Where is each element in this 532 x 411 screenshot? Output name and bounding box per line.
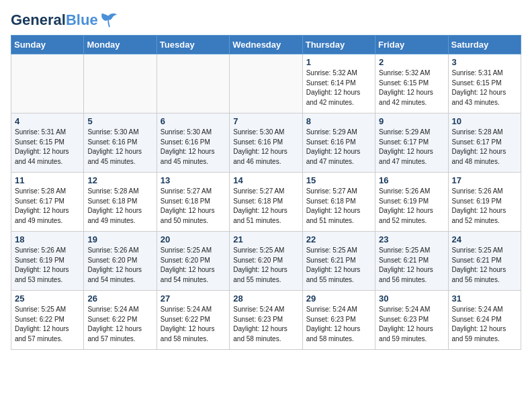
day-info: Sunrise: 5:27 AM Sunset: 6:18 PM Dayligh… <box>161 187 226 226</box>
day-info: Sunrise: 5:25 AM Sunset: 6:20 PM Dayligh… <box>233 246 298 285</box>
day-info: Sunrise: 5:30 AM Sunset: 6:16 PM Dayligh… <box>161 128 226 167</box>
day-of-week-header: Friday <box>375 36 448 54</box>
day-info: Sunrise: 5:24 AM Sunset: 6:23 PM Dayligh… <box>379 305 444 344</box>
calendar-week-row: 18Sunrise: 5:26 AM Sunset: 6:19 PM Dayli… <box>11 232 521 291</box>
calendar-table: SundayMondayTuesdayWednesdayThursdayFrid… <box>11 35 521 350</box>
day-number: 13 <box>161 175 226 185</box>
day-info: Sunrise: 5:24 AM Sunset: 6:23 PM Dayligh… <box>306 305 371 344</box>
calendar-cell: 31Sunrise: 5:24 AM Sunset: 6:24 PM Dayli… <box>448 291 521 350</box>
page-header: GeneralBlue <box>11 11 521 30</box>
calendar-cell: 9Sunrise: 5:29 AM Sunset: 6:17 PM Daylig… <box>375 113 448 173</box>
calendar-cell: 7Sunrise: 5:30 AM Sunset: 6:16 PM Daylig… <box>230 113 302 173</box>
day-number: 31 <box>452 293 517 304</box>
day-info: Sunrise: 5:29 AM Sunset: 6:17 PM Dayligh… <box>379 128 444 167</box>
day-info: Sunrise: 5:31 AM Sunset: 6:15 PM Dayligh… <box>452 68 517 107</box>
day-of-week-header: Monday <box>84 36 157 54</box>
day-number: 30 <box>379 293 444 304</box>
calendar-cell: 13Sunrise: 5:27 AM Sunset: 6:18 PM Dayli… <box>157 173 229 232</box>
day-number: 22 <box>306 234 371 244</box>
day-of-week-header: Sunday <box>11 36 84 54</box>
day-info: Sunrise: 5:25 AM Sunset: 6:21 PM Dayligh… <box>379 246 444 285</box>
day-number: 8 <box>306 116 371 126</box>
day-number: 12 <box>87 175 152 185</box>
day-number: 21 <box>233 234 298 244</box>
calendar-week-row: 4Sunrise: 5:31 AM Sunset: 6:15 PM Daylig… <box>11 113 521 173</box>
day-info: Sunrise: 5:32 AM Sunset: 6:15 PM Dayligh… <box>379 68 444 107</box>
calendar-cell: 25Sunrise: 5:25 AM Sunset: 6:22 PM Dayli… <box>11 291 84 350</box>
calendar-cell: 3Sunrise: 5:31 AM Sunset: 6:15 PM Daylig… <box>448 54 521 113</box>
day-number: 1 <box>306 57 371 67</box>
day-number: 7 <box>233 116 298 126</box>
day-info: Sunrise: 5:30 AM Sunset: 6:16 PM Dayligh… <box>233 128 298 167</box>
calendar-cell <box>84 54 157 113</box>
day-of-week-header: Wednesday <box>230 36 302 54</box>
day-info: Sunrise: 5:25 AM Sunset: 6:21 PM Dayligh… <box>306 246 371 285</box>
day-number: 26 <box>87 293 152 304</box>
calendar-cell: 20Sunrise: 5:25 AM Sunset: 6:20 PM Dayli… <box>157 232 229 291</box>
day-number: 29 <box>306 293 371 304</box>
calendar-cell: 28Sunrise: 5:24 AM Sunset: 6:23 PM Dayli… <box>230 291 302 350</box>
day-info: Sunrise: 5:26 AM Sunset: 6:19 PM Dayligh… <box>15 246 80 285</box>
day-info: Sunrise: 5:25 AM Sunset: 6:20 PM Dayligh… <box>161 246 226 285</box>
day-number: 18 <box>15 234 80 244</box>
calendar-cell: 18Sunrise: 5:26 AM Sunset: 6:19 PM Dayli… <box>11 232 84 291</box>
day-info: Sunrise: 5:24 AM Sunset: 6:24 PM Dayligh… <box>452 305 517 344</box>
day-number: 23 <box>379 234 444 244</box>
day-info: Sunrise: 5:28 AM Sunset: 6:17 PM Dayligh… <box>15 187 80 226</box>
calendar-week-row: 25Sunrise: 5:25 AM Sunset: 6:22 PM Dayli… <box>11 291 521 350</box>
day-number: 2 <box>379 57 444 67</box>
day-info: Sunrise: 5:30 AM Sunset: 6:16 PM Dayligh… <box>87 128 152 167</box>
calendar-cell: 16Sunrise: 5:26 AM Sunset: 6:19 PM Dayli… <box>375 173 448 232</box>
day-info: Sunrise: 5:25 AM Sunset: 6:21 PM Dayligh… <box>452 246 517 285</box>
day-number: 17 <box>452 175 517 185</box>
day-number: 15 <box>306 175 371 185</box>
calendar-cell: 15Sunrise: 5:27 AM Sunset: 6:18 PM Dayli… <box>302 173 375 232</box>
day-number: 16 <box>379 175 444 185</box>
day-info: Sunrise: 5:26 AM Sunset: 6:19 PM Dayligh… <box>379 187 444 226</box>
day-number: 9 <box>379 116 444 126</box>
calendar-cell: 2Sunrise: 5:32 AM Sunset: 6:15 PM Daylig… <box>375 54 448 113</box>
calendar-cell: 6Sunrise: 5:30 AM Sunset: 6:16 PM Daylig… <box>157 113 229 173</box>
day-number: 6 <box>161 116 226 126</box>
calendar-header-row: SundayMondayTuesdayWednesdayThursdayFrid… <box>11 36 521 54</box>
day-info: Sunrise: 5:29 AM Sunset: 6:16 PM Dayligh… <box>306 128 371 167</box>
calendar-cell <box>230 54 302 113</box>
logo: GeneralBlue <box>11 11 118 30</box>
calendar-cell: 27Sunrise: 5:24 AM Sunset: 6:22 PM Dayli… <box>157 291 229 350</box>
calendar-week-row: 11Sunrise: 5:28 AM Sunset: 6:17 PM Dayli… <box>11 173 521 232</box>
day-info: Sunrise: 5:32 AM Sunset: 6:14 PM Dayligh… <box>306 68 371 107</box>
day-info: Sunrise: 5:24 AM Sunset: 6:22 PM Dayligh… <box>161 305 226 344</box>
calendar-cell: 19Sunrise: 5:26 AM Sunset: 6:20 PM Dayli… <box>84 232 157 291</box>
calendar-week-row: 1Sunrise: 5:32 AM Sunset: 6:14 PM Daylig… <box>11 54 521 113</box>
logo-text: GeneralBlue <box>11 12 98 28</box>
day-of-week-header: Thursday <box>302 36 375 54</box>
calendar-cell: 23Sunrise: 5:25 AM Sunset: 6:21 PM Dayli… <box>375 232 448 291</box>
calendar-cell: 8Sunrise: 5:29 AM Sunset: 6:16 PM Daylig… <box>302 113 375 173</box>
day-number: 20 <box>161 234 226 244</box>
day-info: Sunrise: 5:31 AM Sunset: 6:15 PM Dayligh… <box>15 128 80 167</box>
calendar-cell <box>157 54 229 113</box>
day-info: Sunrise: 5:27 AM Sunset: 6:18 PM Dayligh… <box>233 187 298 226</box>
day-number: 5 <box>87 116 152 126</box>
calendar-cell: 11Sunrise: 5:28 AM Sunset: 6:17 PM Dayli… <box>11 173 84 232</box>
day-number: 14 <box>233 175 298 185</box>
day-info: Sunrise: 5:24 AM Sunset: 6:22 PM Dayligh… <box>87 305 152 344</box>
calendar-cell: 1Sunrise: 5:32 AM Sunset: 6:14 PM Daylig… <box>302 54 375 113</box>
day-info: Sunrise: 5:24 AM Sunset: 6:23 PM Dayligh… <box>233 305 298 344</box>
day-number: 10 <box>452 116 517 126</box>
day-of-week-header: Saturday <box>448 36 521 54</box>
day-number: 28 <box>233 293 298 304</box>
calendar-cell: 4Sunrise: 5:31 AM Sunset: 6:15 PM Daylig… <box>11 113 84 173</box>
day-number: 19 <box>87 234 152 244</box>
calendar-cell: 21Sunrise: 5:25 AM Sunset: 6:20 PM Dayli… <box>230 232 302 291</box>
calendar-cell: 14Sunrise: 5:27 AM Sunset: 6:18 PM Dayli… <box>230 173 302 232</box>
day-info: Sunrise: 5:28 AM Sunset: 6:17 PM Dayligh… <box>452 128 517 167</box>
calendar-cell: 30Sunrise: 5:24 AM Sunset: 6:23 PM Dayli… <box>375 291 448 350</box>
calendar-cell: 10Sunrise: 5:28 AM Sunset: 6:17 PM Dayli… <box>448 113 521 173</box>
day-of-week-header: Tuesday <box>157 36 229 54</box>
calendar-cell: 29Sunrise: 5:24 AM Sunset: 6:23 PM Dayli… <box>302 291 375 350</box>
calendar-cell: 26Sunrise: 5:24 AM Sunset: 6:22 PM Dayli… <box>84 291 157 350</box>
calendar-cell: 17Sunrise: 5:26 AM Sunset: 6:19 PM Dayli… <box>448 173 521 232</box>
calendar-cell: 22Sunrise: 5:25 AM Sunset: 6:21 PM Dayli… <box>302 232 375 291</box>
calendar-cell: 5Sunrise: 5:30 AM Sunset: 6:16 PM Daylig… <box>84 113 157 173</box>
